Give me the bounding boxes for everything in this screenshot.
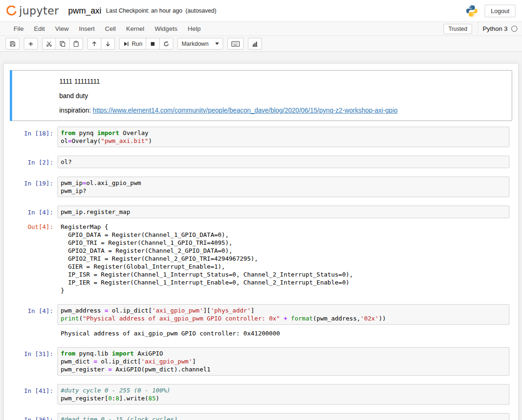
menu-file[interactable]: File (8, 22, 29, 36)
code-token: ( (79, 315, 83, 322)
run-group: Run (119, 38, 173, 50)
code-token: ol (61, 137, 68, 144)
code-editor[interactable]: from pynq import Overlayol=Overlay("pwm_… (57, 127, 509, 147)
save-group (6, 38, 20, 50)
code-cell[interactable]: In [19]:pwm_ip=ol.axi_gpio_pwmpwm_ip? (10, 174, 512, 200)
notebook-cells: 1111 11111111band dutyinspiration: https… (10, 70, 512, 420)
logout-button[interactable]: Logout (485, 5, 515, 17)
save-icon (9, 41, 16, 47)
copy-cell-button[interactable] (56, 38, 70, 50)
input-prompt: In [4]: (13, 304, 57, 315)
code-token: pwm_address (61, 307, 105, 314)
code-editor[interactable]: #dead time 0 - 15 (clock cycles)pwm_regi… (57, 413, 509, 420)
markdown-link[interactable]: https://www.element14.com/community/peop… (93, 107, 398, 114)
code-line: from pynq.lib import AxiGPIO (61, 349, 507, 357)
code-line: ol? (61, 158, 507, 166)
arrow-up-icon (91, 41, 98, 47)
kernel-idle-icon (511, 26, 517, 32)
code-token: ) (156, 395, 160, 402)
clipboard-group (42, 38, 83, 50)
interrupt-kernel-button[interactable] (146, 38, 160, 50)
code-token: print (61, 315, 79, 322)
restart-kernel-button[interactable] (159, 38, 173, 50)
menu-kernel[interactable]: Kernel (121, 22, 149, 36)
code-token: pwm_ip? (61, 187, 86, 194)
chart-icon (252, 41, 258, 47)
menu-cell[interactable]: Cell (100, 22, 121, 36)
command-palette-button[interactable] (227, 38, 244, 50)
code-cell[interactable]: In [2]:ol? (10, 153, 512, 171)
jupyter-logo[interactable]: jupyter (7, 5, 61, 17)
code-token: ol.ip_dict[ (108, 307, 152, 314)
toolbar: Run Markdown (0, 36, 522, 52)
stop-icon (149, 41, 156, 47)
chevron-down-icon (215, 43, 219, 45)
paste-cell-button[interactable] (69, 38, 83, 50)
code-token: pynq.lib (75, 350, 112, 357)
code-line: pwm_ip.register_map (61, 208, 507, 216)
menu-help[interactable]: Help (183, 22, 206, 36)
cell-type-value: Markdown (182, 41, 209, 47)
trusted-button[interactable]: Trusted (444, 24, 472, 34)
add-cell-button[interactable] (24, 38, 38, 50)
input-prompt: In [31]: (13, 347, 57, 358)
code-input-row: In [19]:pwm_ip=ol.axi_gpio_pwmpwm_ip? (13, 177, 509, 197)
menu-view[interactable]: View (50, 22, 74, 36)
code-cell[interactable]: In [4]:pwm_address = ol.ip_dict['axi_gpi… (10, 301, 512, 342)
input-prompt: In [18]: (13, 127, 57, 137)
notebook-title[interactable]: pwm_axi (68, 6, 101, 16)
code-token: Overlay( (71, 137, 101, 144)
markdown-prompt (13, 73, 57, 76)
code-editor[interactable]: pwm_address = ol.ip_dict['axi_gpio_pwm']… (57, 304, 509, 325)
code-input-row: In [41]:#duty cycle 0 - 255 (0 - 100%)pw… (13, 384, 509, 405)
input-prompt: In [4]: (13, 206, 57, 216)
chart-group (248, 38, 262, 50)
code-line: ol=Overlay("pwm_axi.bit") (61, 137, 507, 145)
chart-button[interactable] (248, 38, 262, 50)
code-token (287, 315, 291, 322)
save-button[interactable] (6, 38, 20, 50)
output-prompt: Out[4]: (13, 221, 57, 231)
menu-edit[interactable]: Edit (29, 22, 50, 36)
move-group (87, 38, 115, 50)
code-line: #duty cycle 0 - 255 (0 - 100%) (61, 386, 507, 394)
copy-icon (59, 41, 66, 47)
cell-type-select[interactable]: Markdown (177, 38, 223, 50)
cut-cell-button[interactable] (42, 38, 56, 50)
move-cell-down-button[interactable] (101, 38, 115, 50)
code-editor[interactable]: ol? (57, 156, 509, 168)
code-editor[interactable]: pwm_ip.register_map (57, 206, 509, 218)
code-editor[interactable]: pwm_ip=ol.axi_gpio_pwmpwm_ip? (57, 177, 509, 197)
markdown-paragraph: inspiration: https://www.element14.com/c… (59, 106, 507, 114)
move-cell-up-button[interactable] (87, 38, 101, 50)
code-token: pwm_register[ (61, 395, 108, 402)
output-prompt (13, 327, 57, 329)
menu-widgets[interactable]: Widgets (149, 22, 183, 36)
code-token: 'axi_gpio_pwm' (152, 307, 204, 314)
code-cell[interactable]: In [4]:pwm_ip.register_mapOut[4]:Registe… (10, 203, 512, 299)
code-cell[interactable]: In [36]:#dead time 0 - 15 (clock cycles)… (10, 410, 512, 420)
code-input-row: In [4]:pwm_address = ol.ip_dict['axi_gpi… (13, 304, 509, 325)
code-token: = (83, 179, 86, 186)
markdown-cell[interactable]: 1111 11111111band dutyinspiration: https… (10, 70, 512, 121)
code-token: pynq (75, 129, 97, 136)
code-token: '02x' (360, 315, 379, 322)
code-token: pwm_ip.register_map (61, 208, 130, 215)
input-prompt: In [41]: (13, 384, 57, 395)
code-editor[interactable]: from pynq.lib import AxiGPIOpwm_dict = o… (57, 347, 509, 376)
code-cell[interactable]: In [18]:from pynq import Overlayol=Overl… (10, 124, 512, 150)
code-editor[interactable]: #duty cycle 0 - 255 (0 - 100%)pwm_regist… (57, 384, 509, 405)
code-token: 0 (108, 395, 112, 402)
code-cell[interactable]: In [41]:#duty cycle 0 - 255 (0 - 100%)pw… (10, 381, 512, 407)
code-cell[interactable]: In [31]:from pynq.lib import AxiGPIOpwm_… (10, 344, 512, 378)
code-token: AxiGPIO (134, 350, 163, 357)
menu-insert[interactable]: Insert (74, 22, 100, 36)
markdown-content: 1111 11111111band dutyinspiration: https… (57, 73, 509, 118)
code-line: #dead time 0 - 15 (clock cycles) (61, 415, 507, 420)
header: jupyter pwm_axi Last Checkpoint: an hour… (0, 0, 522, 21)
run-button[interactable]: Run (119, 38, 146, 50)
code-token: = (105, 307, 108, 314)
code-input-row: In [2]:ol? (13, 156, 509, 168)
checkpoint-status: Last Checkpoint: an hour ago (106, 7, 182, 14)
code-token: pwm_register (61, 366, 108, 373)
